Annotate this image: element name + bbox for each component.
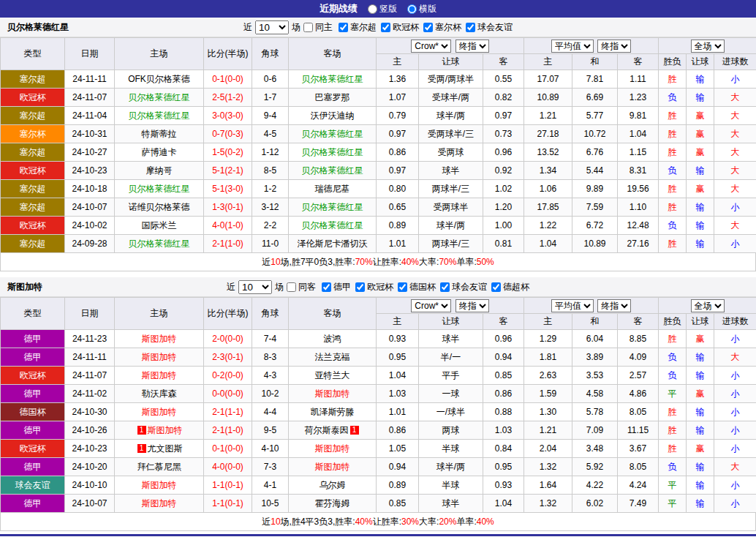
- league-filter-checkbox[interactable]: [355, 282, 365, 292]
- home-team-cell[interactable]: 拜仁慕尼黑: [115, 458, 204, 476]
- odds-company-select[interactable]: Crow*: [411, 40, 451, 53]
- home-team-cell[interactable]: 勒沃库森: [115, 385, 204, 403]
- away-team-link[interactable]: 斯图加特: [315, 443, 350, 454]
- away-team-link[interactable]: 荷尔斯泰因: [305, 425, 349, 435]
- away-team-cell[interactable]: 贝尔格莱德红星: [289, 198, 377, 217]
- home-team-link[interactable]: 贝尔格莱德红星: [129, 92, 190, 102]
- away-team-link[interactable]: 法兰克福: [315, 352, 350, 362]
- away-team-link[interactable]: 巴塞罗那: [315, 92, 350, 102]
- home-team-cell[interactable]: 贝尔格莱德红星: [115, 235, 204, 253]
- away-team-link[interactable]: 瑞德尼基: [315, 184, 350, 194]
- away-team-cell[interactable]: 瑞德尼基: [289, 180, 377, 198]
- home-team-link[interactable]: 拜仁慕尼黑: [137, 462, 181, 472]
- home-team-link[interactable]: 斯图加特: [142, 480, 177, 490]
- home-team-cell[interactable]: 国际米兰: [115, 217, 204, 235]
- home-team-cell[interactable]: 摩纳哥: [115, 162, 204, 180]
- league-filter-checkbox[interactable]: [491, 282, 501, 292]
- home-team-link[interactable]: 特斯蒂拉: [142, 129, 177, 139]
- away-team-cell[interactable]: 荷尔斯泰因1: [289, 421, 377, 440]
- layout-option-horizontal[interactable]: 横版: [407, 3, 436, 15]
- home-team-link[interactable]: 国际米兰: [142, 220, 177, 230]
- match-count-select[interactable]: 10: [255, 20, 289, 34]
- away-team-link[interactable]: 亚特兰大: [315, 370, 350, 380]
- average-select[interactable]: 平均值: [551, 40, 594, 53]
- home-team-cell[interactable]: 斯图加特: [115, 476, 204, 495]
- away-team-cell[interactable]: 霍芬海姆: [289, 495, 377, 513]
- away-team-link[interactable]: 贝尔格莱德红星: [302, 220, 363, 230]
- home-team-link[interactable]: 萨博迪卡: [142, 147, 177, 157]
- same-side-checkbox[interactable]: [303, 23, 313, 32]
- home-team-cell[interactable]: 斯图加特: [115, 403, 204, 421]
- home-team-cell[interactable]: 1尤文图斯: [115, 440, 204, 458]
- home-team-cell[interactable]: 斯图加特: [115, 367, 204, 385]
- radio-vertical[interactable]: [368, 4, 377, 14]
- home-team-cell[interactable]: 贝尔格莱德红星: [115, 107, 204, 125]
- away-team-cell[interactable]: 波鸿: [289, 330, 377, 348]
- average-final-select[interactable]: 终指: [597, 299, 631, 312]
- same-side-filter[interactable]: 同客: [287, 281, 316, 293]
- away-team-cell[interactable]: 贝尔格莱德红星: [289, 125, 377, 143]
- league-filter[interactable]: 欧冠杯: [355, 281, 393, 293]
- away-team-link[interactable]: 乌尔姆: [320, 480, 346, 490]
- away-team-cell[interactable]: 泽伦斯尼卡潘切沃: [289, 235, 377, 253]
- home-team-link[interactable]: 贝尔格莱德红星: [129, 239, 190, 249]
- radio-horizontal[interactable]: [407, 4, 417, 14]
- home-team-link[interactable]: 斯图加特: [142, 498, 177, 508]
- odds-final-select[interactable]: 终指: [456, 299, 489, 312]
- league-filter[interactable]: 塞尔杯: [423, 21, 461, 34]
- away-team-link[interactable]: 斯图加特: [315, 388, 350, 399]
- home-team-link[interactable]: 尤文图斯: [148, 443, 183, 454]
- home-team-link[interactable]: 贝尔格莱德红星: [129, 184, 190, 194]
- same-side-checkbox[interactable]: [287, 282, 296, 292]
- home-team-cell[interactable]: 诺维贝尔格莱德: [115, 198, 204, 217]
- league-filter[interactable]: 塞尔超: [339, 21, 377, 34]
- average-final-select[interactable]: 终指: [597, 40, 631, 53]
- home-team-link[interactable]: 斯图加特: [142, 370, 177, 380]
- home-team-cell[interactable]: 萨博迪卡: [115, 143, 204, 162]
- home-team-link[interactable]: 斯图加特: [142, 407, 177, 417]
- home-team-link[interactable]: 斯图加特: [142, 352, 177, 362]
- scope-select[interactable]: 全场: [691, 40, 725, 53]
- away-team-cell[interactable]: 法兰克福: [289, 348, 377, 367]
- away-team-link[interactable]: 贝尔格莱德红星: [302, 147, 363, 157]
- league-filter-checkbox[interactable]: [381, 23, 390, 32]
- away-team-link[interactable]: 凯泽斯劳滕: [311, 407, 355, 417]
- away-team-cell[interactable]: 贝尔格莱德红星: [289, 70, 377, 89]
- home-team-link[interactable]: 斯图加特: [148, 425, 183, 435]
- home-team-cell[interactable]: 斯图加特: [115, 330, 204, 348]
- league-filter-checkbox[interactable]: [398, 282, 407, 292]
- away-team-cell[interactable]: 凯泽斯劳滕: [289, 403, 377, 421]
- home-team-cell[interactable]: 斯图加特: [115, 495, 204, 513]
- scope-select[interactable]: 全场: [691, 299, 725, 312]
- match-count-select[interactable]: 10: [238, 280, 272, 294]
- home-team-cell[interactable]: 贝尔格莱德红星: [115, 180, 204, 198]
- home-team-link[interactable]: OFK贝尔格莱德: [128, 74, 190, 84]
- league-filter-checkbox[interactable]: [423, 23, 433, 32]
- away-team-link[interactable]: 斯图加特: [315, 462, 350, 472]
- league-filter-checkbox[interactable]: [339, 23, 348, 32]
- home-team-cell[interactable]: 1斯图加特: [115, 421, 204, 440]
- league-filter[interactable]: 欧冠杯: [381, 21, 419, 34]
- away-team-link[interactable]: 沃伊沃迪纳: [311, 110, 355, 121]
- away-team-cell[interactable]: 贝尔格莱德红星: [289, 162, 377, 180]
- away-team-cell[interactable]: 巴塞罗那: [289, 89, 377, 107]
- away-team-link[interactable]: 贝尔格莱德红星: [302, 165, 363, 176]
- away-team-cell[interactable]: 贝尔格莱德红星: [289, 217, 377, 235]
- away-team-link[interactable]: 贝尔格莱德红星: [302, 202, 363, 212]
- away-team-cell[interactable]: 沃伊沃迪纳: [289, 107, 377, 125]
- away-team-link[interactable]: 贝尔格莱德红星: [302, 129, 363, 139]
- league-filter-checkbox[interactable]: [466, 23, 475, 32]
- league-filter[interactable]: 德甲: [322, 281, 351, 293]
- home-team-link[interactable]: 摩纳哥: [146, 165, 173, 176]
- home-team-link[interactable]: 贝尔格莱德红星: [129, 110, 190, 121]
- home-team-cell[interactable]: 贝尔格莱德红星: [115, 89, 204, 107]
- away-team-cell[interactable]: 斯图加特: [289, 458, 377, 476]
- away-team-cell[interactable]: 贝尔格莱德红星: [289, 143, 377, 162]
- league-filter[interactable]: 德超杯: [491, 281, 529, 293]
- layout-option-vertical[interactable]: 竖版: [368, 3, 397, 15]
- away-team-cell[interactable]: 斯图加特: [289, 440, 377, 458]
- home-team-cell[interactable]: 斯图加特: [115, 348, 204, 367]
- odds-final-select[interactable]: 终指: [456, 40, 489, 53]
- league-filter-checkbox[interactable]: [322, 282, 331, 292]
- same-side-filter[interactable]: 同主: [303, 21, 333, 34]
